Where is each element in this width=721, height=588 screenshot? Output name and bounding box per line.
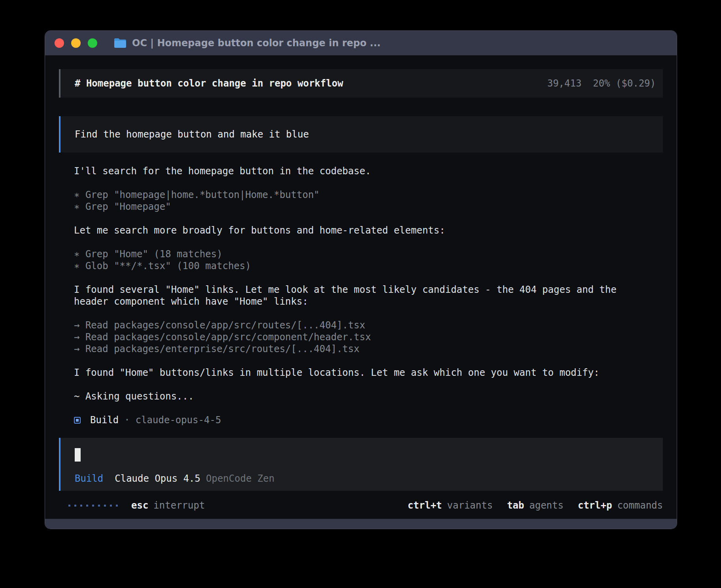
assistant-text: Let me search more broadly for buttons a… <box>74 224 663 236</box>
hint-label: commands <box>617 500 663 511</box>
hint-key: esc <box>131 500 148 511</box>
tool-call-read: → Read packages/console/app/src/componen… <box>74 331 663 343</box>
agent-row: Build · claude-opus-4-5 <box>74 414 663 426</box>
hint-agents: tab agents <box>507 500 564 511</box>
statusbar-right: ctrl+t variants tab agents ctrl+p comman… <box>408 500 663 511</box>
terminal-content: # Homepage button color change in repo w… <box>45 55 677 511</box>
user-message: Find the homepage button and make it blu… <box>59 116 663 153</box>
hint-label: variants <box>447 500 493 511</box>
assistant-text: I'll search for the homepage button in t… <box>74 165 663 177</box>
text-cursor <box>75 448 81 462</box>
hint-key: ctrl+t <box>408 500 442 511</box>
traffic-lights <box>55 38 97 48</box>
tool-call-group: ∗ Grep "Home" (18 matches) ∗ Glob "**/*.… <box>74 248 663 272</box>
hint-variants: ctrl+t variants <box>408 500 493 511</box>
tool-call-group: → Read packages/console/app/src/routes/[… <box>74 319 663 355</box>
model-line: Build Claude Opus 4.5 OpenCode Zen <box>75 473 649 484</box>
agent-build-icon <box>74 417 81 424</box>
tool-call-glob: ∗ Glob "**/*.tsx" (100 matches) <box>74 260 663 272</box>
agent-build-icon-dot <box>76 419 79 422</box>
folder-icon <box>114 38 126 48</box>
hint-key: tab <box>507 500 524 511</box>
hint-label: agents <box>529 500 564 511</box>
tool-call-grep: ∗ Grep "homepage|home.*button|Home.*butt… <box>74 189 663 201</box>
minimize-button[interactable] <box>71 38 81 48</box>
assistant-text: I found "Home" buttons/links in multiple… <box>74 367 663 379</box>
tool-call-group: ∗ Grep "homepage|home.*button|Home.*butt… <box>74 189 663 213</box>
model-name[interactable]: Claude Opus 4.5 <box>115 473 200 484</box>
statusbar: esc interrupt ctrl+t variants tab agents… <box>59 499 663 511</box>
provider-name: OpenCode Zen <box>206 473 274 484</box>
close-button[interactable] <box>55 38 64 48</box>
tool-call-read: → Read packages/enterprise/src/routes/[.… <box>74 343 663 355</box>
titlebar: OC | Homepage button color change in rep… <box>45 31 677 55</box>
prompt-input[interactable]: Build Claude Opus 4.5 OpenCode Zen <box>59 438 663 491</box>
statusbar-left: esc interrupt <box>68 500 205 511</box>
mode-label[interactable]: Build <box>75 473 103 484</box>
assistant-text: I found several "Home" links. Let me loo… <box>74 284 663 307</box>
tool-call-grep: ∗ Grep "Home" (18 matches) <box>74 248 663 260</box>
user-message-text: Find the homepage button and make it blu… <box>75 129 309 140</box>
agent-model: claude-opus-4-5 <box>136 414 221 426</box>
spinner-dots-icon <box>68 505 118 507</box>
agent-separator: · <box>124 414 130 426</box>
window-bottom-strip <box>45 519 677 529</box>
zoom-button[interactable] <box>88 38 97 48</box>
window-title: OC | Homepage button color change in rep… <box>132 38 381 49</box>
hint-interrupt: esc interrupt <box>131 500 205 511</box>
tool-call-read: → Read packages/console/app/src/routes/[… <box>74 319 663 331</box>
session-stats: 39,413 20% ($0.29) <box>547 78 656 89</box>
hint-commands: ctrl+p commands <box>578 500 663 511</box>
tool-call-grep: ∗ Grep "Homepage" <box>74 201 663 213</box>
assistant-status-text: ~ Asking questions... <box>74 390 663 402</box>
session-header: # Homepage button color change in repo w… <box>59 69 663 98</box>
terminal-window: OC | Homepage button color change in rep… <box>45 31 677 529</box>
hint-key: ctrl+p <box>578 500 612 511</box>
hint-label: interrupt <box>153 500 205 511</box>
conversation: I'll search for the homepage button in t… <box>59 165 663 426</box>
agent-name: Build <box>90 414 119 426</box>
session-title: # Homepage button color change in repo w… <box>75 78 343 89</box>
